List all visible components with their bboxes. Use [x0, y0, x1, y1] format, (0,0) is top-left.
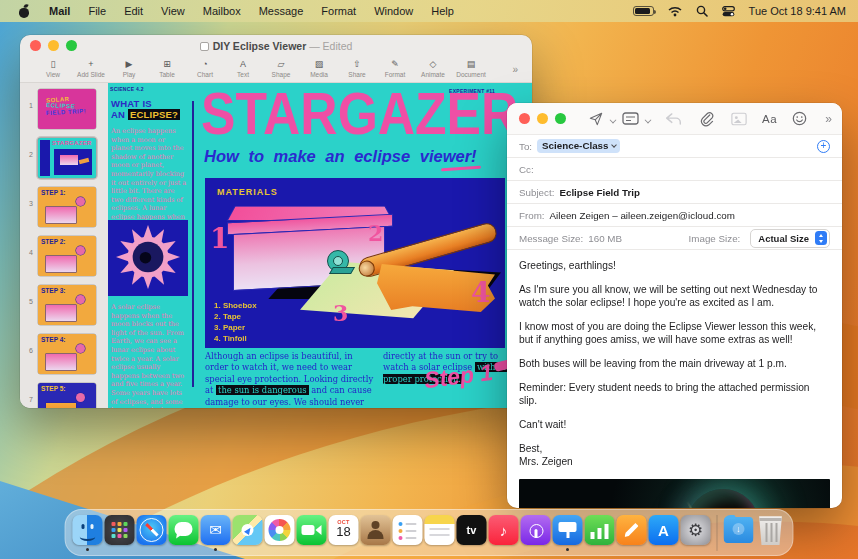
thumb-word: FIELD TRIP!: [38, 107, 96, 117]
calendar-icon: OCT18: [329, 515, 359, 545]
menu-mailbox[interactable]: Mailbox: [194, 5, 250, 17]
toolbar-view-button[interactable]: ▯View: [34, 60, 72, 78]
dock-item-podcasts[interactable]: [521, 515, 551, 545]
close-button[interactable]: [519, 113, 530, 124]
control-center-icon[interactable]: [722, 6, 735, 17]
dock-item-maps[interactable]: [233, 515, 263, 545]
slide-thumbnail-row: 3STEP 1:: [20, 185, 108, 229]
emoji-button[interactable]: [792, 109, 807, 129]
slide-number: 3: [20, 200, 33, 207]
slide-thumbnail-4[interactable]: STEP 2:: [36, 234, 98, 278]
dock-item-safari[interactable]: [137, 515, 167, 545]
insert-photo-button[interactable]: [731, 109, 747, 129]
menu-format[interactable]: Format: [312, 5, 365, 17]
keynote-icon: [553, 515, 583, 545]
slide-canvas[interactable]: SCIENCE 4.2 EXPERIMENT #11 WHAT IS AN EC…: [108, 83, 532, 408]
dock-item-photos[interactable]: [265, 515, 295, 545]
menu-edit[interactable]: Edit: [115, 5, 152, 17]
minimize-button[interactable]: [537, 113, 548, 124]
dock-item-settings[interactable]: ⚙: [681, 515, 711, 545]
dock-item-numbers[interactable]: [585, 515, 615, 545]
safari-icon: [137, 515, 167, 545]
mail-toolbar[interactable]: Aa »: [507, 103, 842, 135]
message-size-row: Message Size: 160 MB Image Size: Actual …: [507, 227, 842, 250]
keynote-titlebar[interactable]: DIY Eclipse Viewer — Edited: [20, 35, 532, 56]
toolbar-label: Chart: [197, 71, 213, 78]
dock-item-appstore[interactable]: A: [649, 515, 679, 545]
dock-item-downloads[interactable]: ↓: [724, 515, 754, 545]
thumb-shape: [46, 207, 76, 223]
toolbar-format-button[interactable]: ✎Format: [376, 60, 414, 78]
dock-item-tv[interactable]: tv: [457, 515, 487, 545]
send-options-chevron[interactable]: [610, 116, 616, 122]
toolbar-add-slide-button[interactable]: +Add Slide: [72, 60, 110, 78]
menu-view[interactable]: View: [152, 5, 194, 17]
dock-item-launchpad[interactable]: [105, 515, 135, 545]
menu-bar-clock[interactable]: Tue Oct 18 9:41 AM: [749, 5, 846, 17]
menu-help[interactable]: Help: [422, 5, 463, 17]
dock-item-finder[interactable]: [73, 515, 103, 545]
format-button[interactable]: Aa: [762, 109, 777, 129]
dock-item-trash[interactable]: [756, 515, 786, 545]
slide-thumbnail-3[interactable]: STEP 1:: [36, 185, 98, 229]
menu-mail[interactable]: Mail: [40, 5, 79, 17]
dock-item-music[interactable]: ♪: [489, 515, 519, 545]
zoom-button[interactable]: [555, 113, 566, 124]
menu-message[interactable]: Message: [250, 5, 313, 17]
header-fields-chevron[interactable]: [645, 116, 651, 122]
toolbar-chart-button[interactable]: ◔Chart: [186, 60, 224, 78]
attach-file-button[interactable]: [699, 109, 714, 129]
slide-thumbnail-6[interactable]: STEP 4:: [36, 332, 98, 376]
wifi-icon[interactable]: [668, 6, 682, 17]
cc-field[interactable]: Cc:: [507, 158, 842, 181]
subject-field[interactable]: Subject: Eclipse Field Trip: [507, 181, 842, 204]
pages-icon: [617, 515, 647, 545]
toolbar-shape-button[interactable]: ▱Shape: [262, 60, 300, 78]
dock-item-facetime[interactable]: [297, 515, 327, 545]
toolbar-overflow-chevron[interactable]: »: [825, 112, 832, 126]
spotlight-search-icon[interactable]: [696, 5, 708, 17]
apple-menu-icon[interactable]: [18, 5, 30, 18]
thumb-shape: [46, 256, 76, 272]
dock-item-mail[interactable]: ✉: [201, 515, 231, 545]
toolbar-overflow-chevron[interactable]: »: [512, 64, 518, 75]
dock-item-messages[interactable]: [169, 515, 199, 545]
menu-window[interactable]: Window: [365, 5, 422, 17]
image-size-select[interactable]: Actual Size: [750, 229, 830, 248]
dock-item-notes[interactable]: [425, 515, 455, 545]
to-recipient-token[interactable]: Science-Class: [537, 139, 619, 153]
add-recipient-button[interactable]: +: [817, 140, 830, 153]
slide-thumbnail-1[interactable]: SOLARECLIPSEFIELD TRIP!: [36, 87, 98, 131]
battery-icon[interactable]: [633, 6, 654, 16]
slide-divider-line: [192, 101, 194, 387]
view-icon: ▯: [51, 60, 56, 69]
dock-item-pages[interactable]: [617, 515, 647, 545]
toolbar-document-button[interactable]: ▤Document: [452, 60, 490, 78]
material-number-1: 1: [210, 222, 229, 255]
slide-thumbnail-2[interactable]: STARGAZER: [36, 136, 98, 180]
toolbar-play-button[interactable]: ▶Play: [110, 60, 148, 78]
menu-file[interactable]: File: [79, 5, 115, 17]
send-button[interactable]: [588, 109, 604, 129]
dock-item-calendar[interactable]: OCT18: [329, 515, 359, 545]
eclipse-photo-attachment[interactable]: [519, 479, 830, 508]
toolbar-text-button[interactable]: AText: [224, 60, 262, 78]
slide-thumbnail-art: STEP 5:: [38, 383, 96, 408]
from-field[interactable]: From: Aileen Zeigen – aileen.zeigen@iclo…: [507, 204, 842, 227]
toolbar-media-button[interactable]: ▨Media: [300, 60, 338, 78]
message-body[interactable]: Greetings, earthlings!As I'm sure you al…: [507, 250, 842, 468]
toolbar-label: Format: [385, 71, 406, 78]
slide-thumbnail-5[interactable]: STEP 3:: [36, 283, 98, 327]
toolbar-table-button[interactable]: ⊞Table: [148, 60, 186, 78]
from-value: Aileen Zeigen – aileen.zeigen@icloud.com: [550, 210, 735, 221]
dock-item-contacts[interactable]: [361, 515, 391, 545]
thumb-step-label: STEP 3:: [41, 287, 65, 294]
toolbar-share-button[interactable]: ⇧Share: [338, 60, 376, 78]
header-fields-button[interactable]: [622, 109, 639, 129]
reply-button[interactable]: [665, 109, 682, 129]
dock-item-keynote[interactable]: [553, 515, 583, 545]
to-field[interactable]: To: Science-Class +: [507, 135, 842, 158]
dock-item-reminders[interactable]: [393, 515, 423, 545]
slide-thumbnail-7[interactable]: STEP 5:: [36, 381, 98, 408]
toolbar-animate-button[interactable]: ◇Animate: [414, 60, 452, 78]
